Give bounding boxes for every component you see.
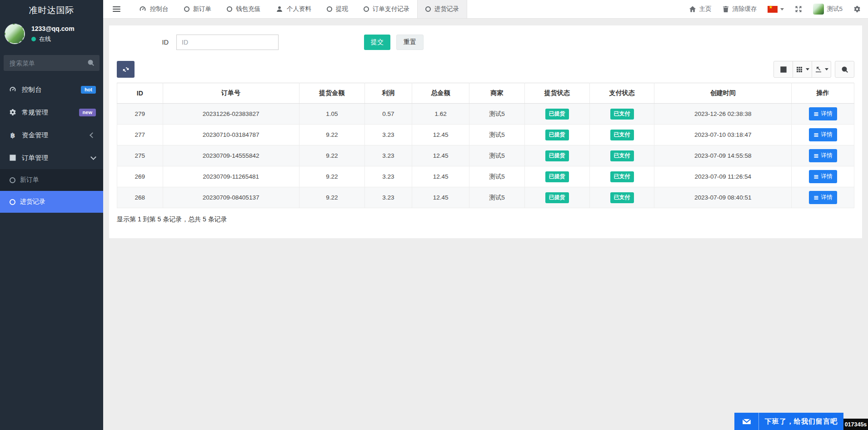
circle-icon [184, 6, 190, 12]
sidebar-item-order-management[interactable]: 订单管理 [0, 146, 103, 169]
column-header[interactable]: 总金额 [412, 83, 469, 104]
home-label: 主页 [699, 5, 711, 13]
sidebar: 准时达国际 1233@qq.com 在线 控制台hot常规管理new฿资金管理订… [0, 0, 103, 430]
home-link[interactable]: 主页 [689, 5, 711, 13]
column-header[interactable]: 支付状态 [589, 83, 654, 104]
sidebar-item-console[interactable]: 控制台hot [0, 78, 103, 101]
cell-merchant: 测试5 [469, 125, 525, 145]
hamburger-menu-icon[interactable] [111, 4, 122, 15]
tab-order-pay-records[interactable]: 订单支付记录 [356, 0, 417, 18]
filter-form: ID 提交 重置 [117, 35, 854, 50]
id-filter-input[interactable] [176, 35, 279, 50]
cell-profit: 3.23 [364, 145, 412, 166]
cell-total: 1.62 [412, 104, 469, 125]
circle-icon [10, 199, 15, 205]
user-status-label: 在线 [39, 35, 51, 43]
cell-id: 275 [117, 145, 163, 166]
cell-action: 详情 [792, 187, 854, 208]
detail-button[interactable]: 详情 [809, 128, 837, 141]
cell-pay-status: 已支付 [589, 187, 654, 208]
cell-pay-status: 已支付 [589, 104, 654, 125]
chevron-left-icon [90, 132, 95, 138]
list-icon [813, 111, 819, 117]
column-header[interactable]: 提货金额 [299, 83, 364, 104]
menu-search-input[interactable] [4, 55, 100, 71]
pagination-summary: 显示第 1 到第 5 条记录，总共 5 条记录 [117, 215, 854, 224]
cell-created: 2023-07-10 03:18:47 [654, 125, 792, 145]
sidebar-item-funds-management[interactable]: ฿资金管理 [0, 124, 103, 146]
cell-pickup-status: 已提货 [524, 125, 589, 145]
cell-pickup-amount: 9.22 [299, 166, 364, 187]
clear-cache-link[interactable]: 清除缓存 [722, 5, 757, 13]
cell-pay-status: 已支付 [589, 166, 654, 187]
sidebar-item-general-management[interactable]: 常规管理new [0, 101, 103, 124]
detail-button[interactable]: 详情 [809, 170, 837, 183]
clear-cache-label: 清除缓存 [732, 5, 757, 13]
detail-button[interactable]: 详情 [809, 107, 837, 120]
pay-status-badge: 已支付 [610, 109, 634, 120]
cell-order-no: 20231226-02383827 [163, 104, 299, 125]
tab-new-order[interactable]: 新订单 [176, 0, 219, 18]
user-status: 在线 [31, 35, 75, 43]
tab-label: 钱包充值 [236, 5, 260, 13]
tab-withdraw[interactable]: 提现 [319, 0, 356, 18]
online-status-dot [31, 37, 36, 41]
cell-id: 277 [117, 125, 163, 145]
column-header[interactable]: 订单号 [163, 83, 299, 104]
chat-widget[interactable]: 下班了，给我们留言吧 [734, 413, 843, 430]
submit-button[interactable]: 提交 [364, 35, 390, 50]
export-button[interactable] [812, 61, 831, 78]
reset-button[interactable]: 重置 [396, 35, 424, 50]
cell-id: 268 [117, 187, 163, 208]
sidebar-subitem-purchase-records[interactable]: 进货记录 [0, 191, 103, 213]
pay-status-badge: 已支付 [610, 192, 634, 203]
user-email: 1233@qq.com [31, 25, 75, 32]
column-header[interactable]: 商家 [469, 83, 525, 104]
cell-action: 详情 [792, 104, 854, 125]
cell-created: 2023-07-09 14:55:58 [654, 145, 792, 166]
cell-pickup-status: 已提货 [524, 145, 589, 166]
search-icon[interactable] [87, 59, 95, 66]
gear-icon[interactable] [853, 5, 861, 13]
tab-console[interactable]: 控制台 [131, 0, 176, 18]
brand-title: 准时达国际 [0, 0, 103, 20]
tab-purchase-records[interactable]: 进货记录 [417, 0, 467, 18]
tachometer-icon [7, 86, 18, 93]
column-header[interactable]: 创建时间 [654, 83, 792, 104]
sidebar-subitem-new-order[interactable]: 新订单 [0, 169, 103, 191]
cell-pickup-status: 已提货 [524, 104, 589, 125]
column-header[interactable]: 提货状态 [524, 83, 589, 104]
language-dropdown[interactable]: ★ [768, 6, 784, 13]
tab-profile[interactable]: 个人资料 [268, 0, 319, 18]
columns-button[interactable] [793, 61, 812, 78]
pickup-status-badge: 已提货 [545, 130, 569, 140]
toolbar-right [773, 61, 854, 78]
refresh-button[interactable] [117, 61, 135, 78]
detail-button[interactable]: 详情 [809, 191, 837, 204]
avatar[interactable] [5, 24, 25, 44]
user-menu[interactable]: 测试5 [813, 4, 843, 15]
detail-view-button[interactable] [773, 61, 793, 78]
column-header[interactable]: ID [117, 83, 163, 104]
pickup-status-badge: 已提货 [545, 109, 569, 120]
search-icon [841, 66, 848, 73]
tab-wallet-recharge[interactable]: 钱包充值 [219, 0, 268, 18]
export-icon [815, 66, 822, 73]
table-row: 26820230709-084051379.223.2312.45测试5已提货已… [117, 187, 854, 208]
fullscreen-button[interactable] [795, 5, 802, 13]
pay-status-badge: 已支付 [610, 130, 634, 140]
cell-order-no: 20230709-08405137 [163, 187, 299, 208]
table-row: 26920230709-112654819.223.2312.45测试5已提货已… [117, 166, 854, 187]
cell-action: 详情 [792, 166, 854, 187]
column-header[interactable]: 利润 [364, 83, 412, 104]
cell-action: 详情 [792, 125, 854, 145]
pickup-status-badge: 已提货 [545, 192, 569, 203]
records-card: ID 提交 重置 [109, 25, 862, 238]
list-icon [813, 132, 819, 138]
detail-button[interactable]: 详情 [809, 149, 837, 162]
cell-action: 详情 [792, 145, 854, 166]
cell-created: 2023-07-09 08:40:51 [654, 187, 792, 208]
table-search-button[interactable] [835, 61, 854, 78]
circle-icon [227, 6, 232, 12]
column-header[interactable]: 操作 [792, 83, 854, 104]
